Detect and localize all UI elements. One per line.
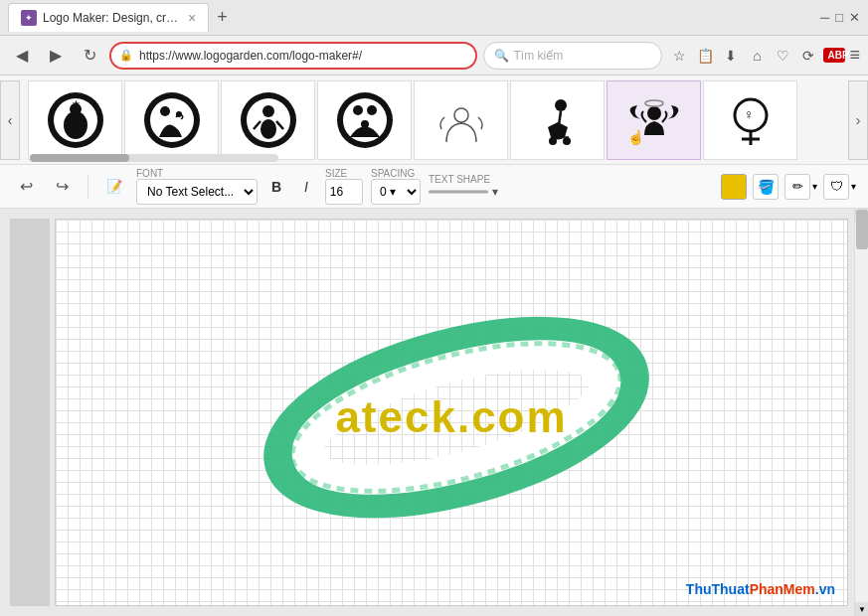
brush-button[interactable]: ✏ <box>784 174 810 200</box>
shield-dropdown[interactable]: ▾ <box>851 181 856 192</box>
size-label: SIZE <box>325 168 363 179</box>
browser-menu-button[interactable]: ≡ <box>849 45 860 66</box>
scrollbar-thumb[interactable] <box>856 210 868 249</box>
search-placeholder: Tìm kiếm <box>513 49 563 63</box>
left-ruler <box>10 219 50 606</box>
forward-button[interactable]: ▶ <box>42 42 70 70</box>
logo-thumb-1[interactable]: ★ <box>28 80 122 160</box>
svg-point-26 <box>645 100 663 106</box>
text-shape-section: TEXT SHAPE ▾ <box>429 174 498 199</box>
size-input[interactable] <box>325 179 363 205</box>
text-style-button[interactable]: 📝 <box>100 173 128 201</box>
search-icon: 🔍 <box>494 49 509 63</box>
maximize-button[interactable]: □ <box>835 10 843 25</box>
watermark-thuat: Thuat <box>712 581 750 597</box>
tab-close-button[interactable]: × <box>188 10 196 26</box>
canvas-area: ateck.com ThuThuatPhanMem.vn ▲ ▼ <box>0 209 868 616</box>
svg-text:☝: ☝ <box>627 129 645 146</box>
svg-point-12 <box>260 119 276 139</box>
watermark-vn: .vn <box>815 581 835 597</box>
toolbar: ↩ ↪ 📝 FONT No Text Select... B I SIZE SP… <box>0 165 868 209</box>
forward-icon: ▶ <box>50 46 62 65</box>
svg-point-25 <box>647 106 661 120</box>
redo-button[interactable]: ↪ <box>48 173 76 201</box>
font-section: FONT No Text Select... <box>136 168 258 205</box>
svg-point-7 <box>160 106 170 116</box>
minimize-button[interactable]: ─ <box>820 10 829 25</box>
svg-point-20 <box>454 108 468 122</box>
shield-button[interactable]: 🛡 <box>823 174 849 200</box>
text-shape-dropdown[interactable]: ▾ <box>492 185 498 199</box>
svg-point-21 <box>555 99 567 111</box>
watermark-mem: Mem <box>783 581 815 597</box>
favorites-icon[interactable]: ♡ <box>772 48 793 64</box>
gallery-next-button[interactable]: › <box>848 80 868 160</box>
bold-button[interactable]: B <box>265 176 287 198</box>
svg-point-3 <box>64 111 87 139</box>
text-shape-label: TEXT SHAPE <box>429 174 498 185</box>
undo-button[interactable]: ↩ <box>12 173 40 201</box>
logo-design: ateck.com <box>243 288 660 537</box>
logo-gallery: ‹ ★ <box>0 76 868 165</box>
download-icon[interactable]: ⬇ <box>720 48 742 64</box>
spacing-section: SPACING 0 ▾ <box>371 168 421 205</box>
title-bar: ✦ Logo Maker: Design, create × + ─ □ ✕ <box>0 0 868 36</box>
gallery-prev-button[interactable]: ‹ <box>0 80 20 160</box>
refresh-button[interactable]: ↻ <box>76 42 103 70</box>
sync-icon[interactable]: ⟳ <box>797 48 819 64</box>
address-bar[interactable]: https://www.logogarden.com/logo-maker#/ <box>109 42 477 70</box>
logo-thumb-2[interactable] <box>124 80 219 160</box>
color-swatch-button[interactable] <box>721 174 747 200</box>
nav-icons: ☆ 📋 ⬇ ⌂ ♡ ⟳ ABP ≡ <box>668 45 860 66</box>
svg-point-18 <box>367 105 377 115</box>
svg-point-17 <box>353 105 363 115</box>
svg-point-4 <box>70 103 82 115</box>
watermark-thu: Thu <box>686 581 712 597</box>
reading-list-icon[interactable]: 📋 <box>694 48 716 64</box>
shield-icon: 🛡 <box>830 179 843 194</box>
logo-thumb-4[interactable] <box>317 80 412 160</box>
fill-bucket-button[interactable]: 🪣 <box>753 174 779 200</box>
scroll-down-button[interactable]: ▼ <box>855 602 868 616</box>
size-section: SIZE <box>325 168 363 205</box>
url-text: https://www.logogarden.com/logo-maker#/ <box>139 42 362 70</box>
svg-point-11 <box>262 105 274 117</box>
logo-thumb-7[interactable]: ☝ <box>607 80 701 160</box>
font-label: FONT <box>136 168 258 179</box>
back-icon: ◀ <box>16 46 28 65</box>
refresh-icon: ↻ <box>84 46 96 65</box>
back-button[interactable]: ◀ <box>8 42 36 70</box>
svg-point-22 <box>549 137 557 145</box>
text-shape-slider[interactable] <box>429 190 488 194</box>
adblock-icon[interactable]: ABP <box>823 48 845 63</box>
logo-thumb-5[interactable] <box>414 80 508 160</box>
scrollbar-vert[interactable]: ▲ ▼ <box>854 209 868 616</box>
brush-icon: ✏ <box>792 179 803 194</box>
close-window-button[interactable]: ✕ <box>849 10 860 25</box>
toolbar-right: 🪣 ✏ ▾ 🛡 ▾ <box>721 174 856 200</box>
svg-text:♀: ♀ <box>744 106 755 122</box>
fill-bucket-icon: 🪣 <box>758 179 775 195</box>
browser-tab[interactable]: ✦ Logo Maker: Design, create × <box>8 3 209 32</box>
tab-title: Logo Maker: Design, create <box>43 11 182 25</box>
logo-thumb-3[interactable] <box>221 80 315 160</box>
search-bar[interactable]: 🔍 Tìm kiếm <box>483 42 662 70</box>
address-bar-container: 🔒 https://www.logogarden.com/logo-maker#… <box>109 42 477 70</box>
tab-favicon: ✦ <box>21 10 37 26</box>
watermark: ThuThuatPhanMem.vn <box>686 581 835 597</box>
font-select[interactable]: No Text Select... <box>136 179 258 205</box>
watermark-phan: Phan <box>750 581 783 597</box>
toolbar-separator-1 <box>87 175 88 199</box>
logo-thumb-8[interactable]: ♀ <box>703 80 797 160</box>
nav-bar: ◀ ▶ ↻ 🔒 https://www.logogarden.com/logo-… <box>0 36 868 76</box>
bookmark-star-icon[interactable]: ☆ <box>668 48 690 64</box>
canvas-inner[interactable]: ateck.com ThuThuatPhanMem.vn <box>55 219 848 606</box>
spacing-label: SPACING <box>371 168 421 179</box>
spacing-select[interactable]: 0 ▾ <box>371 179 421 205</box>
new-tab-button[interactable]: + <box>217 7 228 28</box>
brush-dropdown[interactable]: ▾ <box>812 181 817 192</box>
logo-thumb-6[interactable] <box>510 80 605 160</box>
lock-icon: 🔒 <box>119 49 133 62</box>
italic-button[interactable]: I <box>295 176 317 198</box>
home-icon[interactable]: ⌂ <box>746 48 768 64</box>
